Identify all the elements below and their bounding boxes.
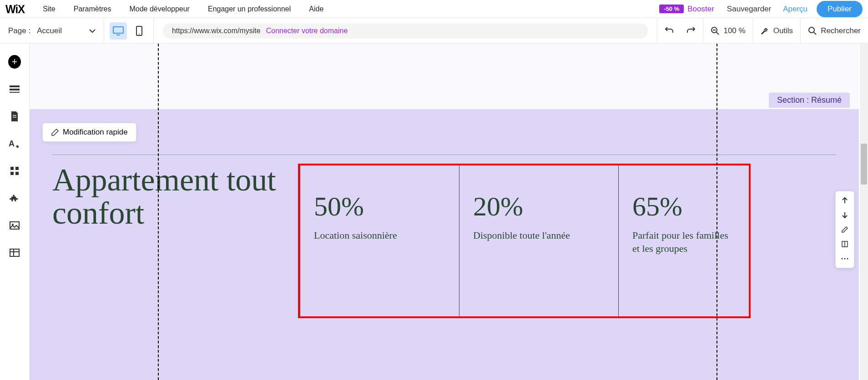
sections-button[interactable] xyxy=(8,83,21,95)
left-sidebar: + A xyxy=(0,44,30,380)
menu-site[interactable]: Site xyxy=(43,5,56,13)
page-icon xyxy=(10,110,20,122)
stat-item[interactable]: 50% Location saisonnière xyxy=(300,165,459,316)
page-selector-section: Page : Accueil xyxy=(0,18,104,43)
plus-circle-icon: + xyxy=(8,55,21,69)
section-label[interactable]: Section : Résumé xyxy=(769,93,850,108)
svg-rect-0 xyxy=(113,27,123,33)
menu-dev-mode[interactable]: Mode développeur xyxy=(129,5,190,13)
pages-button[interactable] xyxy=(8,110,21,123)
section-above[interactable] xyxy=(30,44,859,109)
edit-section-button[interactable] xyxy=(838,223,851,236)
pencil-icon xyxy=(841,226,848,233)
page-dropdown-value: Accueil xyxy=(37,26,62,35)
svg-point-29 xyxy=(847,258,848,260)
menu-hire-pro[interactable]: Engager un professionnel xyxy=(208,5,291,13)
page-label: Page : xyxy=(8,26,30,35)
stat-label: Disponible toute l'année xyxy=(473,229,605,242)
ellipsis-icon xyxy=(841,258,848,260)
wix-logo[interactable]: WiX xyxy=(5,2,25,16)
url-pill: https://www.wix.com/mysite Connecter vot… xyxy=(163,23,648,39)
svg-rect-15 xyxy=(10,167,14,170)
svg-rect-18 xyxy=(15,172,19,175)
redo-button[interactable] xyxy=(686,26,696,36)
sections-icon xyxy=(9,85,20,94)
mobile-view-button[interactable] xyxy=(131,22,148,40)
move-up-button[interactable] xyxy=(838,194,851,207)
preview-button[interactable]: Aperçu xyxy=(783,5,807,14)
svg-point-7 xyxy=(809,27,814,33)
svg-rect-9 xyxy=(10,85,20,87)
chevron-down-icon xyxy=(89,26,96,35)
stats-repeater[interactable]: 50% Location saisonnière 20% Disponible … xyxy=(298,164,751,318)
top-menu-bar: WiX Site Paramètres Mode développeur Eng… xyxy=(0,0,868,18)
desktop-view-button[interactable] xyxy=(110,22,127,40)
mobile-icon xyxy=(136,25,143,36)
tools-label: Outils xyxy=(773,26,793,35)
ruler-guide-right xyxy=(717,44,717,380)
publish-button[interactable]: Publier xyxy=(817,1,863,17)
svg-rect-13 xyxy=(13,117,16,118)
page-dropdown[interactable]: Accueil xyxy=(37,26,96,35)
content-row: Appartement tout confort 50% Location sa… xyxy=(30,123,859,318)
svg-rect-21 xyxy=(10,249,19,256)
canvas[interactable]: Section : Résumé Modification rapide App… xyxy=(30,44,859,380)
stat-label: Parfait pour les familles et les groupes xyxy=(632,229,735,255)
svg-rect-19 xyxy=(10,222,19,229)
desktop-icon xyxy=(112,26,124,36)
undo-button[interactable] xyxy=(665,26,675,36)
scrollbar-track[interactable] xyxy=(860,44,868,380)
arrow-up-icon xyxy=(841,197,848,204)
design-button[interactable]: A xyxy=(8,137,21,150)
stat-item[interactable]: 20% Disponible toute l'année xyxy=(459,165,618,316)
redo-icon xyxy=(686,26,696,34)
svg-rect-10 xyxy=(10,89,20,90)
menu-help[interactable]: Aide xyxy=(309,5,323,13)
arrow-down-icon xyxy=(841,211,848,219)
search-icon xyxy=(808,26,817,35)
svg-rect-16 xyxy=(15,167,19,170)
undo-redo-group xyxy=(657,18,703,43)
stat-value: 50% xyxy=(314,193,445,220)
apps-button[interactable] xyxy=(8,165,21,177)
content-manager-button[interactable] xyxy=(8,246,21,259)
section-resume[interactable]: Section : Résumé Modification rapide App… xyxy=(30,109,859,380)
scrollbar-thumb[interactable] xyxy=(861,144,867,185)
device-toggle-section xyxy=(104,18,154,43)
connect-domain-link[interactable]: Connecter votre domaine xyxy=(266,27,348,35)
layout-icon xyxy=(841,240,848,248)
save-button[interactable]: Sauvegarder xyxy=(727,5,771,14)
wrench-icon xyxy=(761,26,770,35)
canvas-wrapper: Section : Résumé Modification rapide App… xyxy=(30,44,859,380)
booster-link[interactable]: Booster xyxy=(687,5,714,14)
grid-icon xyxy=(10,166,20,176)
ruler-guide-left xyxy=(158,44,159,380)
move-down-button[interactable] xyxy=(838,209,851,221)
layout-button[interactable] xyxy=(838,238,851,250)
search-button[interactable]: Rechercher xyxy=(801,18,868,43)
stat-label: Location saisonnière xyxy=(314,229,445,242)
stat-value: 65% xyxy=(632,193,735,220)
tools-button[interactable]: Outils xyxy=(753,18,801,43)
image-icon xyxy=(9,221,20,230)
stat-item[interactable]: 65% Parfait pour les familles et les gro… xyxy=(618,165,749,316)
add-element-button[interactable]: + xyxy=(8,55,21,68)
app-market-button[interactable] xyxy=(8,192,21,205)
pencil-icon xyxy=(51,128,59,136)
quick-edit-button[interactable]: Modification rapide xyxy=(42,123,136,142)
media-button[interactable] xyxy=(8,219,21,232)
heading-column[interactable]: Appartement tout confort xyxy=(52,164,298,318)
stat-value: 20% xyxy=(473,193,605,220)
menu-parametres[interactable]: Paramètres xyxy=(74,5,111,13)
theme-icon: A xyxy=(9,138,20,149)
zoom-control[interactable]: 100 % xyxy=(703,18,753,43)
svg-line-8 xyxy=(814,32,816,35)
zoom-out-icon xyxy=(711,26,720,35)
section-heading[interactable]: Appartement tout confort xyxy=(52,164,284,230)
svg-point-3 xyxy=(139,34,140,35)
search-label: Rechercher xyxy=(821,26,861,35)
table-icon xyxy=(9,248,20,257)
more-options-button[interactable] xyxy=(838,252,851,265)
quick-edit-label: Modification rapide xyxy=(63,128,128,137)
svg-point-28 xyxy=(844,258,846,260)
